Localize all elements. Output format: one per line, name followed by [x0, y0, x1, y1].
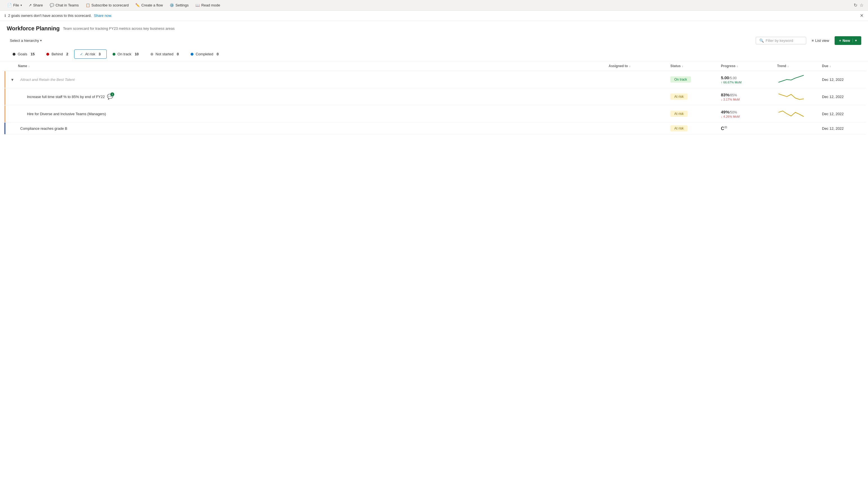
favorite-icon[interactable]: ☆ [860, 2, 864, 8]
status-badge: On track [670, 77, 691, 83]
sort-icon: ↓ [682, 65, 683, 68]
filter-input[interactable]: 🔍 Filter by keyword [756, 37, 806, 45]
page-title: Workforce Planning [7, 25, 60, 32]
goal-name-cell: Attract and Retain the Best Talent [18, 78, 609, 82]
comment-badge[interactable]: 💬 1 [107, 93, 113, 100]
status-tab-at_risk[interactable]: ✓ At risk 3 [74, 50, 106, 59]
refresh-icon[interactable]: ↻ [854, 2, 857, 8]
status-tab-completed[interactable]: Completed 0 [185, 50, 224, 59]
status-dot [113, 53, 115, 56]
hierarchy-chevron-icon: ▾ [40, 39, 42, 42]
status-dot [191, 53, 193, 56]
goal-name-cell: Hire for Diverse and Inclusive Teams (Ma… [18, 112, 609, 116]
tab-label: Behind [51, 52, 63, 56]
col-header-assigned_to[interactable]: Assigned to↓ [609, 64, 670, 68]
col-header-due[interactable]: Due↓ [822, 64, 861, 68]
goal-name[interactable]: Compliance reaches grade B [20, 126, 67, 131]
compliance-score: C/B [721, 125, 777, 131]
search-icon: 🔍 [760, 38, 764, 43]
due-cell: Dec 12, 2022 [822, 78, 861, 82]
col-header-expand [7, 64, 18, 68]
controls-right: 🔍 Filter by keyword ≡ List view + New ▾ [756, 36, 861, 45]
goal-name-cell: Increase full time staff % to 85% by end… [18, 93, 609, 100]
tab-count: 15 [31, 52, 34, 56]
create-flow-button[interactable]: ✏️ Create a flow [132, 2, 166, 9]
page-header: Workforce Planning Team scorecard for tr… [0, 21, 868, 34]
table-container: Name↓Assigned to↓Status↓Progress↓Trend↓D… [0, 61, 868, 135]
col-header-progress[interactable]: Progress↓ [721, 64, 777, 68]
list-view-icon: ≡ [812, 38, 814, 43]
progress-cell: 83%/85% ↓ 3.17% MoM [721, 92, 777, 101]
share-now-link[interactable]: Share now. [94, 13, 112, 18]
goal-name[interactable]: Increase full time staff % to 85% by end… [27, 95, 105, 99]
new-button[interactable]: + New ▾ [835, 36, 861, 45]
read-mode-button[interactable]: 📖 Read mode [193, 2, 223, 9]
sort-icon: ↓ [28, 65, 30, 68]
col-header-status[interactable]: Status↓ [670, 64, 721, 68]
settings-button[interactable]: ⚙️ Settings [167, 2, 191, 9]
share-button[interactable]: ↗ Share [26, 2, 46, 9]
due-cell: Dec 12, 2022 [822, 126, 861, 131]
tab-count: 2 [66, 52, 68, 56]
goal-name-cell: Compliance reaches grade B [18, 126, 609, 131]
trend-cell [777, 108, 822, 119]
trend-cell [777, 91, 822, 102]
sort-icon: ↓ [737, 65, 738, 68]
status-badge: At risk [670, 125, 687, 132]
status-tabs: Goals 15 Behind 2✓ At risk 3 On track 10… [0, 47, 868, 61]
list-view-button[interactable]: ≡ List view [808, 37, 832, 45]
row-accent [4, 122, 5, 134]
table-header: Name↓Assigned to↓Status↓Progress↓Trend↓D… [2, 61, 866, 71]
share-icon: ↗ [29, 3, 32, 7]
goal-name[interactable]: Hire for Diverse and Inclusive Teams (Ma… [27, 112, 106, 116]
table-row: Increase full time staff % to 85% by end… [2, 88, 866, 105]
file-chevron-icon: ▾ [21, 4, 22, 7]
hierarchy-selector[interactable]: Select a hierarchy ▾ [7, 37, 45, 45]
filter-placeholder: Filter by keyword [766, 38, 793, 43]
tab-label: At risk [85, 52, 95, 56]
progress-main: 83%/85% [721, 92, 777, 97]
col-header-trend[interactable]: Trend↓ [777, 64, 822, 68]
status-tab-goals[interactable]: Goals 15 [7, 50, 40, 59]
sort-icon: ↓ [830, 65, 831, 68]
chat-in-teams-button[interactable]: 💬 Chat in Teams [47, 2, 82, 9]
toolbar: 📄 File ▾ ↗ Share 💬 Chat in Teams 📋 Subsc… [0, 0, 868, 11]
tab-count: 0 [177, 52, 179, 56]
status-tab-on_track[interactable]: On track 10 [107, 50, 145, 59]
status-dot [12, 53, 16, 56]
sort-icon: ↓ [787, 65, 789, 68]
sort-icon: ↓ [629, 65, 630, 68]
row-accent [4, 88, 5, 105]
toolbar-right: ↻ ☆ [854, 2, 864, 8]
checkmark-icon: ✓ [80, 52, 83, 56]
subscribe-button[interactable]: 📋 Subscribe to scorecard [83, 2, 132, 9]
status-cell: On track [670, 77, 721, 83]
read-mode-icon: 📖 [195, 3, 200, 7]
due-cell: Dec 12, 2022 [822, 95, 861, 99]
status-cell: At risk [670, 111, 721, 117]
info-icon: ℹ [4, 13, 6, 18]
status-dot [46, 53, 49, 56]
file-icon: 📄 [7, 3, 12, 7]
table-row: Hire for Diverse and Inclusive Teams (Ma… [2, 105, 866, 122]
close-banner-button[interactable]: ✕ [860, 13, 864, 18]
status-dot [151, 53, 153, 56]
tab-label: Not started [156, 52, 174, 56]
tab-count: 0 [217, 52, 219, 56]
controls-row: Select a hierarchy ▾ 🔍 Filter by keyword… [0, 34, 868, 47]
file-menu[interactable]: 📄 File ▾ [4, 2, 25, 9]
new-button-chevron-icon: ▾ [852, 39, 857, 42]
row-expander[interactable]: ▾ [7, 77, 18, 82]
plus-icon: + [839, 38, 841, 43]
status-tab-not_started[interactable]: Not started 0 [145, 50, 185, 59]
status-badge: At risk [670, 111, 687, 117]
progress-cell: 49%/50% ↓ 4.26% MoM [721, 110, 777, 118]
progress-main: 49%/50% [721, 110, 777, 114]
progress-cell: 5.00/5.00 ↑ 66.67% MoM [721, 75, 777, 84]
col-header-name[interactable]: Name↓ [18, 64, 609, 68]
tab-count: 3 [98, 52, 100, 56]
status-tab-behind[interactable]: Behind 2 [40, 50, 74, 59]
flow-icon: ✏️ [135, 3, 140, 7]
row-accent [4, 71, 5, 88]
goal-name: Attract and Retain the Best Talent [20, 78, 75, 82]
